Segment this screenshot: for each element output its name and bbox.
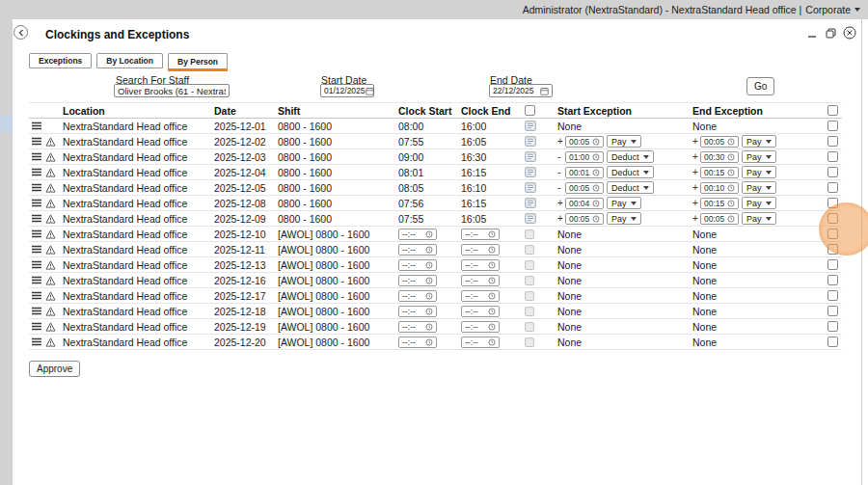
- clock-start-time-input[interactable]: --:--: [398, 275, 437, 286]
- start-exception-action-select[interactable]: Pay: [607, 212, 641, 225]
- table-header: Location Date Shift Clock Start Clock En…: [29, 103, 842, 119]
- clock-start-time-input[interactable]: --:--: [398, 259, 437, 271]
- timesheet-icon[interactable]: [525, 213, 536, 224]
- staff-search-input[interactable]: [114, 84, 230, 97]
- minimize-button[interactable]: [806, 27, 819, 40]
- end-exception-time-input[interactable]: 00:30: [700, 151, 739, 163]
- tab-by-person[interactable]: By Person: [168, 53, 228, 71]
- end-exception-action-select[interactable]: Pay: [742, 166, 776, 178]
- clock-end-time-input[interactable]: --:--: [461, 306, 500, 317]
- row-checkbox[interactable]: [827, 136, 838, 147]
- clock-end-time-input[interactable]: --:--: [461, 275, 500, 286]
- row-menu-icon[interactable]: [32, 307, 41, 315]
- end-date-input[interactable]: 22/12/2025: [489, 84, 553, 97]
- row-checkbox[interactable]: [827, 321, 838, 332]
- row-checkbox[interactable]: [827, 337, 838, 347]
- clock-start-time-input[interactable]: --:--: [398, 290, 437, 302]
- end-exception-action-select[interactable]: Pay: [742, 150, 776, 163]
- start-exception-action-select[interactable]: Deduct: [607, 150, 654, 163]
- clock-end-time-input[interactable]: --:--: [461, 290, 500, 302]
- timesheet-icon[interactable]: [525, 182, 536, 193]
- row-checkbox[interactable]: [827, 198, 838, 208]
- row-menu-icon[interactable]: [32, 183, 41, 192]
- start-exception-action-select[interactable]: Deduct: [607, 166, 654, 178]
- row-checkbox[interactable]: [827, 167, 838, 177]
- end-exception-action-select[interactable]: Pay: [742, 212, 776, 225]
- row-checkbox[interactable]: [827, 275, 838, 285]
- close-button[interactable]: [843, 26, 856, 40]
- end-exception-time-input[interactable]: 00:15: [700, 198, 739, 209]
- start-exception-action-select[interactable]: Pay: [607, 135, 641, 148]
- row-menu-icon[interactable]: [32, 199, 41, 207]
- clock-end-time-input[interactable]: --:--: [461, 259, 500, 271]
- end-exception-action-select[interactable]: Pay: [742, 181, 776, 194]
- row-menu-icon[interactable]: [32, 214, 41, 223]
- timesheet-cell: [523, 151, 557, 162]
- end-exception-time-input[interactable]: 00:05: [700, 136, 739, 148]
- row-checkbox[interactable]: [827, 290, 838, 301]
- clock-end-time-input[interactable]: --:--: [461, 337, 500, 348]
- timesheet-icon[interactable]: [525, 121, 536, 131]
- row-checkbox[interactable]: [827, 121, 838, 131]
- chevron-left-icon: [17, 29, 25, 37]
- end-exception-time-input[interactable]: 00:05: [700, 213, 739, 225]
- clock-end-time-input[interactable]: --:--: [461, 321, 500, 333]
- time-value: --:--: [402, 245, 416, 255]
- row-menu-icon[interactable]: [32, 337, 41, 346]
- end-exception-time-input[interactable]: 00:15: [700, 167, 739, 178]
- row-menu-icon[interactable]: [32, 229, 41, 238]
- start-date-input[interactable]: 01/12/2025: [320, 84, 374, 97]
- start-exception-time-input[interactable]: 00:05: [565, 136, 604, 148]
- start-exception-action-select[interactable]: Deduct: [607, 181, 654, 194]
- row-checkbox[interactable]: [827, 229, 838, 239]
- clock-start-time-input[interactable]: --:--: [398, 244, 437, 256]
- clock-start-time-input[interactable]: --:--: [398, 229, 437, 240]
- row-menu-icon[interactable]: [32, 137, 41, 146]
- clock-icon: [488, 261, 496, 269]
- end-exception-action-select[interactable]: Pay: [742, 135, 776, 148]
- clock-end-time-input[interactable]: --:--: [461, 229, 500, 240]
- timesheet-icon[interactable]: [525, 167, 536, 177]
- row-checkbox[interactable]: [827, 306, 838, 316]
- row-menu-icon[interactable]: [32, 322, 41, 331]
- restore-button[interactable]: [825, 27, 837, 40]
- timesheet-icon[interactable]: [525, 198, 536, 208]
- row-checkbox[interactable]: [827, 182, 838, 193]
- row-checkbox[interactable]: [827, 259, 838, 270]
- tab-by-location[interactable]: By Location: [96, 53, 163, 68]
- go-button[interactable]: Go: [746, 77, 774, 95]
- row-checkbox[interactable]: [827, 213, 838, 224]
- clock-start-time-input[interactable]: --:--: [398, 306, 437, 317]
- corporate-dropdown[interactable]: Corporate: [805, 4, 860, 15]
- row-menu-icon[interactable]: [32, 152, 41, 161]
- start-exception-action-select[interactable]: Pay: [607, 197, 641, 209]
- row-menu-icon[interactable]: [32, 168, 41, 176]
- clock-start-time-input[interactable]: --:--: [398, 337, 437, 348]
- row-menu-icon[interactable]: [32, 245, 41, 254]
- clock-start-time-input[interactable]: --:--: [398, 321, 437, 333]
- clock-end-cell: --:--: [461, 306, 523, 317]
- timesheet-icon[interactable]: [525, 151, 536, 162]
- end-exception-time-input[interactable]: 00:10: [700, 182, 739, 194]
- warning-icon: [45, 214, 56, 224]
- select-all-checkbox[interactable]: [827, 105, 838, 116]
- row-checkbox[interactable]: [827, 151, 838, 162]
- approve-button[interactable]: Approve: [29, 361, 80, 377]
- clock-end-time-input[interactable]: --:--: [461, 244, 500, 256]
- start-exception-time-input[interactable]: 00:04: [565, 198, 604, 209]
- select-all-timesheet-checkbox[interactable]: [525, 105, 535, 116]
- start-exception-time-input[interactable]: 00:05: [565, 213, 604, 225]
- row-checkbox[interactable]: [827, 244, 838, 255]
- start-exception-time-input[interactable]: 00:05: [565, 182, 604, 194]
- start-exception-time-input[interactable]: 00:01: [565, 167, 604, 178]
- start-exception-time-input[interactable]: 01:00: [565, 151, 604, 163]
- tab-exceptions[interactable]: Exceptions: [29, 53, 92, 68]
- back-button[interactable]: [14, 25, 28, 40]
- timesheet-icon[interactable]: [525, 136, 536, 147]
- end-exception-action-select[interactable]: Pay: [742, 197, 776, 209]
- row-menu-icon[interactable]: [32, 121, 41, 130]
- table-row: NextraStandard Head office 2025-12-03 08…: [29, 149, 842, 165]
- row-menu-icon[interactable]: [32, 291, 41, 300]
- row-menu-icon[interactable]: [32, 260, 41, 269]
- row-menu-icon[interactable]: [32, 276, 41, 284]
